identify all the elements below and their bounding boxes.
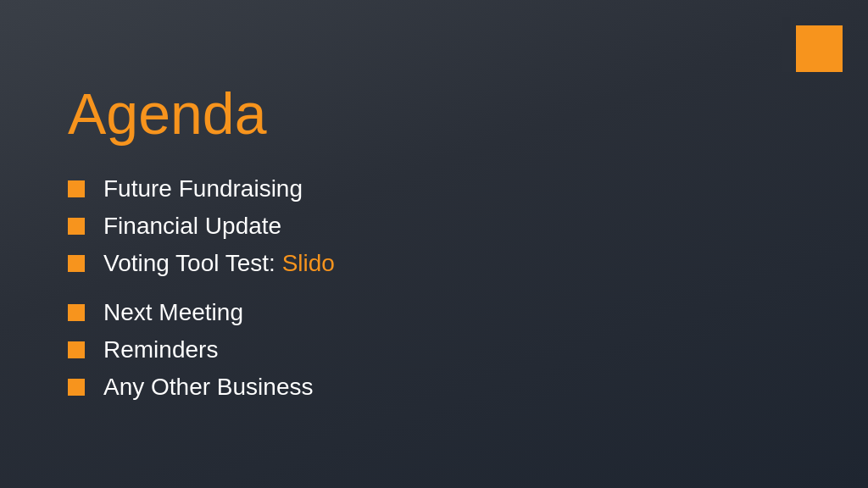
item-text-mixed: Voting Tool Test: Slido [103,250,335,277]
list-item: Reminders [68,331,800,369]
item-text-before: Voting Tool Test: [103,250,282,276]
bullet-icon [68,180,85,197]
item-text: Future Fundraising [103,175,303,202]
bullet-icon [68,255,85,272]
bullet-icon [68,379,85,396]
slide: Agenda Future Fundraising Financial Upda… [0,0,868,488]
item-text: Any Other Business [103,374,313,401]
list-item: Next Meeting [68,294,800,331]
list-item: Voting Tool Test: Slido [68,245,800,282]
bullet-icon [68,304,85,321]
bullet-icon [68,341,85,358]
deco-bar [782,17,791,72]
list-item: Financial Update [68,208,800,245]
item-text: Financial Update [103,213,281,240]
slide-title: Agenda [68,82,800,146]
corner-decoration [782,17,843,72]
item-highlight: Slido [282,250,335,276]
item-text: Reminders [103,336,218,363]
deco-square [796,25,843,72]
bullet-icon [68,218,85,235]
agenda-list: Future Fundraising Financial Update Voti… [68,170,800,406]
list-item: Any Other Business [68,369,800,406]
list-item: Future Fundraising [68,170,800,208]
item-text: Next Meeting [103,299,243,326]
